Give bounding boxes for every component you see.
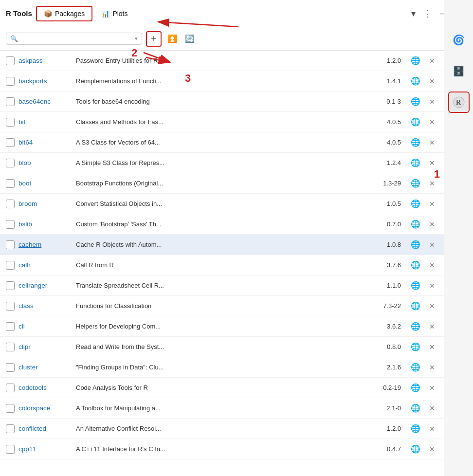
row-checkbox[interactable] — [6, 97, 15, 106]
row-checkbox[interactable] — [6, 179, 15, 188]
package-name-link[interactable]: cli — [18, 323, 72, 330]
globe-icon[interactable]: 🌐 — [409, 322, 422, 331]
package-name-link[interactable]: askpass — [18, 57, 72, 64]
remove-package-button[interactable]: ✕ — [426, 200, 438, 208]
tab-plots[interactable]: 📊 Plots — [94, 7, 134, 20]
remove-package-button[interactable]: ✕ — [426, 343, 438, 351]
remove-package-button[interactable]: ✕ — [426, 159, 438, 167]
package-name-link[interactable]: base64enc — [18, 98, 72, 105]
globe-icon[interactable]: 🌐 — [409, 97, 422, 106]
globe-icon[interactable]: 🌐 — [409, 424, 422, 433]
remove-package-button[interactable]: ✕ — [426, 282, 438, 290]
remove-package-button[interactable]: ✕ — [426, 404, 438, 412]
remove-package-button[interactable]: ✕ — [426, 180, 438, 187]
remove-package-button[interactable]: ✕ — [426, 220, 438, 228]
more-options-button[interactable]: ⋮ — [423, 8, 432, 19]
package-name-link[interactable]: colorspace — [18, 404, 72, 412]
package-name-link[interactable]: clipr — [18, 343, 72, 350]
package-description: A Toolbox for Manipulating a... — [76, 404, 366, 412]
scroll-top-button[interactable]: ⏫ — [165, 32, 179, 46]
remove-package-button[interactable]: ✕ — [426, 445, 438, 453]
remove-package-button[interactable]: ✕ — [426, 323, 438, 330]
remove-package-button[interactable]: ✕ — [426, 384, 438, 392]
globe-icon[interactable]: 🌐 — [409, 260, 422, 270]
globe-icon[interactable]: 🌐 — [409, 342, 422, 351]
package-name-link[interactable]: backports — [18, 77, 72, 85]
globe-icon[interactable]: 🌐 — [409, 76, 422, 86]
row-checkbox[interactable] — [6, 302, 15, 311]
spiral-icon-button[interactable]: 🌀 — [448, 29, 470, 51]
package-version: 1.0.8 — [370, 241, 405, 248]
remove-package-button[interactable]: ✕ — [426, 139, 438, 146]
row-checkbox[interactable] — [6, 56, 15, 65]
remove-package-button[interactable]: ✕ — [426, 364, 438, 371]
globe-icon[interactable]: 🌐 — [409, 403, 422, 413]
package-name-link[interactable]: class — [18, 302, 72, 310]
package-name-link[interactable]: conflicted — [18, 425, 72, 432]
package-name-link[interactable]: cpp11 — [18, 445, 72, 453]
refresh-button[interactable]: 🔄 — [183, 32, 197, 46]
package-name-link[interactable]: broom — [18, 200, 72, 207]
globe-icon[interactable]: 🌐 — [409, 179, 422, 188]
row-checkbox[interactable] — [6, 77, 15, 86]
globe-icon[interactable]: 🌐 — [409, 363, 422, 372]
row-checkbox[interactable] — [6, 404, 15, 413]
row-checkbox[interactable] — [6, 322, 15, 331]
globe-icon[interactable]: 🌐 — [409, 281, 422, 290]
table-row: backports Reimplementations of Functi...… — [0, 71, 444, 92]
globe-icon[interactable]: 🌐 — [409, 56, 422, 65]
row-checkbox[interactable] — [6, 363, 15, 372]
row-checkbox[interactable] — [6, 240, 15, 249]
tab-packages[interactable]: 📦 Packages — [36, 6, 92, 21]
package-name-link[interactable]: cellranger — [18, 282, 72, 289]
dropdown-button[interactable]: ▾ — [411, 8, 416, 19]
search-input[interactable] — [20, 35, 133, 42]
row-checkbox[interactable] — [6, 343, 15, 351]
add-package-button[interactable]: + — [146, 31, 162, 47]
remove-package-button[interactable]: ✕ — [426, 98, 438, 106]
row-checkbox[interactable] — [6, 261, 15, 270]
row-checkbox[interactable] — [6, 281, 15, 290]
globe-icon[interactable]: 🌐 — [409, 383, 422, 392]
search-box[interactable]: 🔍 ▾ — [6, 33, 142, 45]
remove-package-button[interactable]: ✕ — [426, 261, 438, 269]
plots-tab-icon: 📊 — [101, 10, 109, 18]
table-row: base64enc Tools for base64 encoding 0.1-… — [0, 92, 444, 112]
row-checkbox[interactable] — [6, 159, 15, 167]
row-checkbox[interactable] — [6, 424, 15, 433]
row-checkbox[interactable] — [6, 445, 15, 454]
globe-icon[interactable]: 🌐 — [409, 444, 422, 454]
remove-package-button[interactable]: ✕ — [426, 77, 438, 85]
package-name-link[interactable]: codetools — [18, 384, 72, 391]
package-version: 0.4.7 — [370, 445, 405, 453]
package-name-link[interactable]: cachem — [18, 241, 72, 248]
table-row: class Functions for Classification 7.3-2… — [0, 296, 444, 316]
row-checkbox[interactable] — [6, 384, 15, 392]
row-checkbox[interactable] — [6, 118, 15, 127]
remove-package-button[interactable]: ✕ — [426, 118, 438, 126]
row-checkbox[interactable] — [6, 220, 15, 229]
package-name-link[interactable]: bit — [18, 118, 72, 126]
row-checkbox[interactable] — [6, 200, 15, 208]
package-name-link[interactable]: bslib — [18, 220, 72, 228]
remove-package-button[interactable]: ✕ — [426, 241, 438, 249]
globe-icon[interactable]: 🌐 — [409, 158, 422, 167]
package-version: 1.2.0 — [370, 425, 405, 432]
package-name-link[interactable]: blob — [18, 159, 72, 166]
package-name-link[interactable]: callr — [18, 261, 72, 269]
package-name-link[interactable]: cluster — [18, 364, 72, 371]
globe-icon[interactable]: 🌐 — [409, 240, 422, 249]
remove-package-button[interactable]: ✕ — [426, 302, 438, 310]
package-name-link[interactable]: bit64 — [18, 139, 72, 146]
globe-icon[interactable]: 🌐 — [409, 199, 422, 208]
globe-icon[interactable]: 🌐 — [409, 220, 422, 229]
remove-package-button[interactable]: ✕ — [426, 425, 438, 433]
globe-icon[interactable]: 🌐 — [409, 117, 422, 127]
row-checkbox[interactable] — [6, 138, 15, 147]
r-console-button[interactable]: R — [448, 92, 470, 113]
globe-icon[interactable]: 🌐 — [409, 301, 422, 311]
globe-icon[interactable]: 🌐 — [409, 138, 422, 147]
remove-package-button[interactable]: ✕ — [426, 57, 438, 65]
database-icon-button[interactable]: 🗄️ — [448, 60, 470, 82]
package-name-link[interactable]: boot — [18, 180, 72, 187]
